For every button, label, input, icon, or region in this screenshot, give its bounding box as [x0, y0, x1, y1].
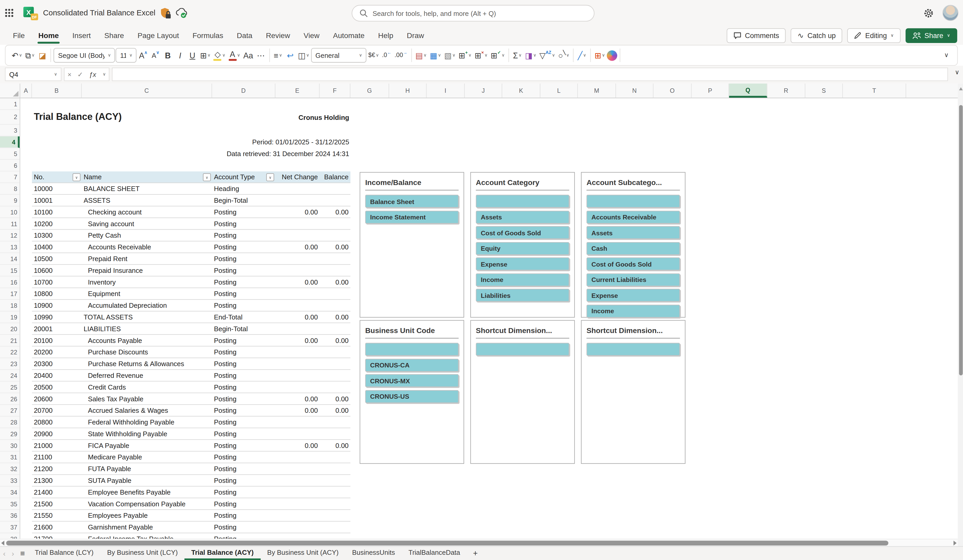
slicer-shortcut-dimension[interactable]: Shortcut Dimension... — [581, 320, 686, 464]
format-painter-button[interactable]: ◪ — [37, 47, 48, 63]
cell-name[interactable]: LIABILITIES — [82, 323, 212, 334]
table-row[interactable]: 10100Checking accountPosting0.000.00 — [32, 206, 350, 218]
menu-tab-formulas[interactable]: Formulas — [186, 26, 230, 45]
conditional-formatting-button[interactable]: ▤∨ — [414, 47, 428, 63]
account-avatar[interactable] — [942, 5, 958, 21]
cell-no[interactable]: 20001 — [32, 323, 82, 334]
column-header-o[interactable]: O — [653, 84, 692, 98]
cell-net-change[interactable]: 0.00 — [276, 393, 320, 404]
cell-net-change[interactable] — [276, 358, 320, 369]
table-row[interactable]: 10800EquipmentPosting — [32, 288, 350, 300]
cell-name[interactable]: Federal Withholding Payable — [82, 416, 212, 427]
copilot-icon[interactable] — [607, 50, 617, 60]
cell-balance[interactable] — [320, 452, 350, 463]
cell-net-change[interactable] — [276, 522, 320, 532]
slicer-item-balance-sheet[interactable]: Balance Sheet — [365, 195, 459, 208]
cell-account-type[interactable]: Begin-Total — [212, 323, 276, 334]
cell-net-change[interactable] — [276, 475, 320, 486]
cell-balance[interactable] — [320, 370, 350, 381]
cell-balance[interactable] — [320, 358, 350, 369]
cell-net-change[interactable]: 0.00 — [276, 311, 320, 322]
horizontal-scrollbar-thumb[interactable] — [6, 541, 888, 545]
italic-button[interactable]: I — [174, 47, 186, 63]
cell-account-type[interactable]: Posting — [212, 265, 276, 276]
add-sheet-button[interactable]: + — [467, 547, 484, 560]
table-row[interactable]: 20800Federal Withholding PayablePosting — [32, 416, 350, 428]
table-row[interactable]: 21500Vacation Compensation PayablePostin… — [32, 498, 350, 510]
cell-name[interactable]: Employee Benefits Payable — [82, 487, 212, 497]
cell-balance[interactable] — [320, 346, 350, 358]
vertical-scrollbar-thumb[interactable] — [959, 105, 963, 375]
cell-account-type[interactable]: End-Total — [212, 311, 276, 322]
cell-net-change[interactable] — [276, 346, 320, 358]
row-header-20[interactable]: 20 — [0, 323, 19, 335]
borders-button[interactable]: ⊞∨ — [199, 47, 212, 63]
row-header-21[interactable]: 21 — [0, 335, 19, 346]
cell-name[interactable]: Employees Payable — [82, 510, 212, 521]
menu-tab-view[interactable]: View — [297, 26, 326, 45]
slicer-item-cash[interactable]: Cash — [587, 242, 680, 255]
slicer-item-accounts-receivable[interactable]: Accounts Receivable — [587, 210, 680, 223]
cell-account-type[interactable]: Posting — [212, 300, 276, 311]
sheet-tab-trial-balance-lcy[interactable]: Trial Balance (LCY) — [28, 547, 100, 560]
cell-balance[interactable] — [320, 533, 350, 539]
table-row[interactable]: 20900State Withholding PayablePosting — [32, 428, 350, 440]
cell-no[interactable]: 21400 — [32, 487, 82, 497]
cell-name[interactable]: Accrued Salaries & Wages — [82, 405, 212, 416]
cell-no[interactable]: 20200 — [32, 346, 82, 358]
slicer-item-expense[interactable]: Expense — [587, 289, 680, 302]
table-row[interactable]: 21700Federal Income Tax PayablePosting — [32, 533, 350, 539]
row-header-12[interactable]: 12 — [0, 230, 19, 241]
cell-no[interactable]: 20300 — [32, 358, 82, 369]
slicer-account-category[interactable]: Account CategoryAssetsCost of Goods Sold… — [470, 172, 575, 318]
find-button[interactable]: ○╲∨ — [557, 47, 571, 63]
cell-no[interactable]: 21600 — [32, 522, 82, 532]
format-as-table-button[interactable]: ▦∨ — [428, 47, 442, 63]
cell-name[interactable]: BALANCE SHEET — [82, 183, 212, 194]
cell-name[interactable]: Checking account — [82, 206, 212, 217]
scroll-right-arrow[interactable] — [953, 541, 957, 545]
slicer-item-expense[interactable]: Expense — [476, 257, 569, 270]
workbook-title[interactable]: Consolidated Trial Balance Excel — [43, 9, 156, 17]
slicer-business-unit-code[interactable]: Business Unit CodeCRONUS-CACRONUS-MXCRON… — [360, 320, 464, 464]
font-name-select[interactable]: Segoe UI (Body)∨ — [54, 48, 115, 63]
table-row[interactable]: 10700InventoryPosting0.000.00 — [32, 277, 350, 288]
cell-account-type[interactable]: Posting — [212, 346, 276, 358]
column-header-i[interactable]: I — [426, 84, 465, 98]
slicer-item-liabilities[interactable]: Liabilities — [476, 289, 569, 302]
column-header-c[interactable]: C — [82, 84, 212, 98]
row-header-8[interactable]: 8 — [0, 183, 19, 195]
cell-net-change[interactable] — [276, 510, 320, 521]
autosum-button[interactable]: Σ∨ — [511, 47, 523, 63]
cell-account-type[interactable]: Posting — [212, 440, 276, 451]
table-row[interactable]: 10001ASSETSBegin-Total — [32, 195, 350, 206]
row-header-1[interactable]: 1 — [0, 98, 19, 110]
cell-account-type[interactable]: Posting — [212, 382, 276, 392]
cell-balance[interactable] — [320, 300, 350, 311]
cell-no[interactable]: 20700 — [32, 405, 82, 416]
cell-balance[interactable]: 0.00 — [320, 241, 350, 252]
cell-no[interactable]: 10500 — [32, 253, 82, 264]
slicer-item-cronus-mx[interactable]: CRONUS-MX — [365, 374, 459, 387]
scroll-up-arrow[interactable] — [959, 87, 963, 91]
slicer-item-blank[interactable] — [476, 343, 569, 356]
cell-balance[interactable] — [320, 323, 350, 334]
cell-name[interactable]: Medicare Payable — [82, 452, 212, 463]
row-header-19[interactable]: 19 — [0, 311, 19, 323]
column-header-j[interactable]: J — [465, 84, 502, 98]
table-row[interactable]: 21600Garnishment PayablePosting — [32, 522, 350, 533]
table-row[interactable]: 10900Accumulated DepreciationPosting — [32, 300, 350, 312]
cell-no[interactable]: 10990 — [32, 311, 82, 322]
table-row[interactable]: 20300Purchase Returns & AllowancesPostin… — [32, 358, 350, 370]
cell-no[interactable]: 10000 — [32, 183, 82, 194]
column-header-g[interactable]: G — [350, 84, 389, 98]
cell-net-change[interactable] — [276, 370, 320, 381]
table-row[interactable]: 21400Employee Benefits PayablePosting — [32, 487, 350, 498]
saved-cloud-check-icon[interactable] — [175, 8, 187, 18]
clipboard-paste-button[interactable]: ⧉∨ — [24, 47, 36, 63]
cell-net-change[interactable] — [276, 183, 320, 194]
cell-no[interactable]: 21300 — [32, 475, 82, 486]
column-header-m[interactable]: M — [578, 84, 616, 98]
cell-balance[interactable] — [320, 522, 350, 532]
table-row[interactable]: 21300SUTA PayablePosting — [32, 475, 350, 487]
